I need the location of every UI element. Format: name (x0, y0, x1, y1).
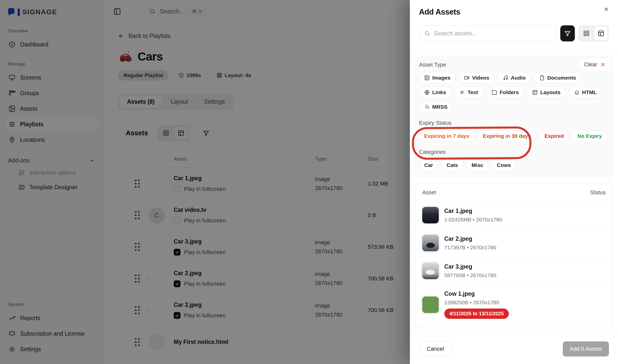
grid-view-icon (583, 30, 590, 37)
category-chip-car[interactable]: Car (419, 159, 438, 171)
asset-search-input[interactable] (434, 30, 551, 37)
modal-asset-row[interactable]: Car 3.jpeg 587765B • 2670x1780 (415, 257, 613, 285)
divider (410, 49, 618, 49)
asset-type-chips: Images Videos Audio Documents Links Text… (419, 72, 609, 113)
expiry-status-chips: Expiring in 7 days Expiring in 30 days E… (419, 130, 609, 142)
category-chips: Car Cats Misc Cows (419, 159, 609, 171)
modal-title: Add Assets (410, 0, 618, 17)
asset-meta: 1288250B • 2670x1780 (444, 299, 509, 306)
asset-meta: 1.02426MB • 2670x1780 (444, 217, 502, 223)
asset-type-chip-links[interactable]: Links (419, 87, 451, 98)
asset-type-chip-folders[interactable]: Folders (486, 87, 524, 98)
asset-type-chip-html[interactable]: HTML (569, 87, 602, 98)
text-icon (460, 90, 465, 95)
asset-meta: 717397B • 2670x1780 (444, 245, 496, 251)
clear-label: Clear (584, 61, 597, 68)
column-header-status: Status (590, 189, 606, 196)
asset-name: Car 2.jpeg (444, 235, 496, 242)
folder-icon (491, 90, 497, 95)
asset-name: Cow 1.jpeg (444, 290, 509, 297)
table-view-icon (598, 30, 604, 37)
modal-view-toggle-group (578, 25, 609, 42)
globe-icon (424, 90, 430, 95)
asset-thumbnail (422, 235, 439, 251)
modal-asset-row[interactable]: Cow 2.jpeg (415, 325, 613, 328)
expiry-status-label: Expiry Status (419, 120, 609, 126)
image-icon (424, 75, 430, 81)
app-root: SIGNAGE Overview Dashboard Manage Screen… (0, 0, 618, 364)
modal-asset-row[interactable]: Car 1.jpeg 1.02426MB • 2670x1780 (415, 201, 613, 229)
modal-list-header: Asset Status (415, 184, 613, 201)
filters-panel: Clear Asset Type Images Videos Audio Doc… (415, 56, 613, 178)
search-icon (424, 30, 430, 37)
category-chip-cows[interactable]: Cows (491, 159, 516, 171)
asset-search-field[interactable] (419, 25, 557, 41)
expiry-chip-expired[interactable]: Expired (539, 130, 569, 142)
file-icon (539, 75, 545, 81)
expiry-chip-no-expiry[interactable]: No Expiry (572, 130, 607, 142)
asset-type-chip-images[interactable]: Images (419, 72, 456, 84)
expiry-chip-30-days[interactable]: Expiring in 30 days (478, 130, 536, 142)
expiry-date-badge: 4/11/2025 to 13/11/2025 (444, 309, 509, 319)
category-chip-cats[interactable]: Cats (441, 159, 463, 171)
close-icon (600, 62, 606, 67)
layout-icon (532, 90, 538, 95)
asset-thumbnail (422, 296, 439, 313)
modal-footer: Cancel Add 0 Assets (410, 335, 618, 364)
asset-name: Car 1.jpeg (444, 208, 502, 214)
modal-search-row (410, 25, 618, 42)
add-assets-button[interactable]: Add 0 Assets (563, 341, 609, 356)
modal-asset-row[interactable]: Cow 1.jpeg 1288250B • 2670x1780 4/11/202… (415, 285, 613, 325)
expiry-chip-7-days[interactable]: Expiring in 7 days (419, 130, 475, 142)
asset-thumbnail (422, 207, 439, 223)
clear-filters-button[interactable]: Clear (579, 58, 611, 71)
close-icon[interactable]: × (604, 6, 608, 13)
bell-icon (574, 90, 580, 95)
asset-name: Car 3.jpeg (444, 263, 496, 270)
asset-meta: 587765B • 2670x1780 (444, 272, 496, 278)
funnel-icon (564, 30, 571, 37)
column-header-asset: Asset (422, 189, 436, 196)
asset-type-chip-text[interactable]: Text (454, 87, 483, 98)
categories-label: Categories (419, 149, 609, 155)
asset-type-chip-audio[interactable]: Audio (498, 72, 531, 84)
asset-type-chip-mrss[interactable]: MRSS (419, 101, 453, 113)
add-assets-modal: × Add Assets Clear (410, 0, 618, 364)
asset-type-chip-layouts[interactable]: Layouts (527, 87, 566, 98)
asset-type-chip-videos[interactable]: Videos (459, 72, 494, 84)
modal-grid-view-button[interactable] (580, 26, 593, 40)
modal-asset-row[interactable]: Car 2.jpeg 717397B • 2670x1780 (415, 229, 613, 257)
modal-filter-button[interactable] (560, 25, 575, 41)
modal-asset-list: Asset Status Car 1.jpeg 1.02426MB • 2670… (415, 184, 613, 328)
video-icon (464, 75, 469, 81)
modal-table-view-button[interactable] (594, 26, 608, 40)
cancel-button[interactable]: Cancel (419, 341, 452, 356)
category-chip-misc[interactable]: Misc (466, 159, 489, 171)
asset-type-chip-documents[interactable]: Documents (534, 72, 581, 84)
asset-thumbnail (422, 263, 439, 279)
rss-icon (424, 104, 430, 110)
music-icon (503, 75, 508, 81)
